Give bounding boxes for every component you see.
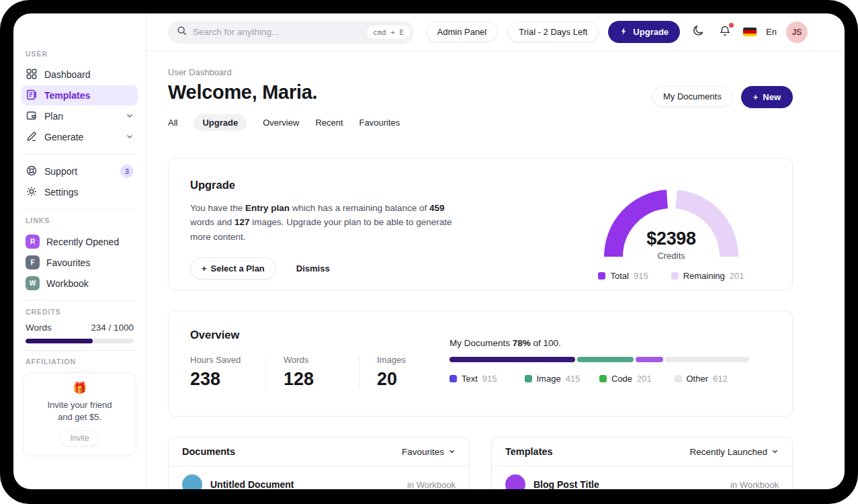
- divider: [23, 300, 136, 301]
- document-title: Untitled Document: [210, 479, 399, 489]
- invite-button[interactable]: Invite: [60, 430, 99, 446]
- select-plan-button[interactable]: + Select a Plan: [190, 257, 276, 280]
- new-button[interactable]: + New: [741, 86, 793, 108]
- link-initial-badge: W: [26, 276, 40, 290]
- legend-swatch: [675, 375, 682, 382]
- affiliation-text-line2: and get $5.: [30, 411, 129, 423]
- tab-all[interactable]: All: [168, 114, 177, 131]
- notifications-button[interactable]: [716, 24, 734, 41]
- sidebar-link-workbook[interactable]: W Workbook: [22, 273, 138, 294]
- chevron-down-icon: [126, 111, 134, 122]
- dark-mode-toggle[interactable]: [689, 24, 707, 41]
- divider: [359, 356, 359, 390]
- sidebar-item-dashboard[interactable]: Dashboard: [22, 65, 138, 85]
- legend-item-other: Other 612: [675, 374, 750, 384]
- template-list-item[interactable]: Blog Post Title in Workbook: [492, 466, 792, 489]
- page-header: User Dashboard Welcome, Maria. My Docume…: [168, 67, 793, 131]
- breadcrumb: User Dashboard: [168, 67, 793, 77]
- overview-stats: Hours Saved 238 Words 128 Images 20: [190, 355, 449, 390]
- language-selector[interactable]: En: [766, 27, 777, 37]
- main-area: cmd + E Admin Panel Trial - 2 Days Left …: [146, 13, 845, 489]
- sidebar-section-credits: CREDITS: [26, 308, 134, 316]
- sidebar-item-label: Dashboard: [44, 69, 134, 80]
- link-label: Workbook: [46, 278, 89, 289]
- stat-hours-saved: Hours Saved 238: [190, 355, 248, 390]
- legend-item-remaining: Remaining 201: [671, 271, 744, 281]
- sidebar-link-favourites[interactable]: F Favourites: [22, 252, 138, 273]
- german-flag-icon[interactable]: [743, 28, 757, 36]
- divider: [23, 209, 136, 210]
- divider: [265, 356, 266, 390]
- templates-filter-dropdown[interactable]: Recently Launched: [689, 447, 779, 457]
- sidebar-item-support[interactable]: Support 3: [22, 161, 138, 181]
- sidebar-item-generate[interactable]: Generate: [22, 127, 138, 147]
- document-avatar: [182, 474, 202, 489]
- chevron-down-icon: [448, 447, 456, 457]
- pencil-icon: [26, 130, 38, 144]
- bar-segment-image: [577, 357, 634, 362]
- divider: [23, 350, 136, 351]
- tab-favourites[interactable]: Favourites: [359, 114, 400, 131]
- support-count-badge: 3: [120, 165, 134, 178]
- legend-swatch: [525, 375, 532, 382]
- upgrade-card: Upgrade You have the Entry plan which ha…: [168, 158, 793, 290]
- plus-icon: +: [753, 92, 759, 102]
- notification-dot: [729, 23, 734, 28]
- legend-item-text: Text 915: [449, 374, 525, 384]
- divider: [23, 154, 136, 155]
- document-list-item[interactable]: Untitled Document in Workbook: [169, 466, 469, 489]
- gift-icon: 🎁: [30, 382, 129, 394]
- user-avatar[interactable]: JS: [786, 22, 808, 43]
- my-documents-button[interactable]: My Documents: [652, 86, 733, 107]
- stat-words: Words 128: [284, 355, 341, 390]
- search-box[interactable]: cmd + E: [168, 21, 414, 44]
- documents-filter-dropdown[interactable]: Favourites: [402, 447, 456, 457]
- sidebar-section-links: LINKS: [26, 216, 134, 224]
- template-title: Blog Post Title: [533, 479, 722, 489]
- sidebar-item-label: Generate: [44, 132, 119, 142]
- tab-upgrade[interactable]: Upgrade: [194, 114, 247, 131]
- gauge-legend: Total 915 Remaining 201: [598, 271, 744, 281]
- templates-icon: [26, 89, 38, 103]
- sidebar-item-label: Support: [44, 166, 114, 177]
- legend-swatch: [598, 272, 605, 280]
- link-label: Recently Opened: [46, 237, 119, 247]
- template-location: in Workbook: [730, 480, 779, 490]
- lightning-bolt-icon: [619, 27, 628, 38]
- link-label: Favourites: [46, 257, 90, 268]
- sidebar-item-settings[interactable]: Settings: [22, 182, 138, 202]
- link-initial-badge: R: [26, 235, 40, 249]
- upgrade-button[interactable]: Upgrade: [608, 21, 680, 43]
- link-initial-badge: F: [26, 255, 40, 269]
- documents-card-title: Documents: [182, 446, 235, 457]
- tab-overview[interactable]: Overview: [263, 114, 299, 131]
- plus-icon: +: [202, 263, 207, 274]
- upgrade-card-title: Upgrade: [190, 179, 467, 192]
- tab-recent[interactable]: Recent: [315, 114, 343, 131]
- templates-card: Templates Recently Launched Blog Post Ti…: [491, 437, 793, 489]
- page-content: User Dashboard Welcome, Maria. My Docume…: [146, 51, 845, 489]
- trial-status-button[interactable]: Trial - 2 Days Left: [507, 22, 599, 42]
- stat-images: Images 20: [377, 355, 435, 390]
- search-input[interactable]: [193, 27, 361, 37]
- templates-card-title: Templates: [505, 446, 553, 457]
- sidebar-link-recently-opened[interactable]: R Recently Opened: [22, 231, 138, 252]
- sidebar-item-label: Plan: [44, 111, 119, 122]
- stacked-progress-bar: [449, 357, 749, 362]
- sidebar-section-affiliation: AFFILIATION: [26, 358, 134, 366]
- sidebar: USER Dashboard Templates Plan Generate S…: [13, 13, 146, 489]
- upgrade-card-body: You have the Entry plan which has a rema…: [190, 201, 467, 244]
- sidebar-item-plan[interactable]: Plan: [22, 106, 138, 126]
- sidebar-item-label: Templates: [44, 90, 134, 101]
- documents-card: Documents Favourites Untitled Document i…: [168, 437, 470, 489]
- document-location: in Workbook: [407, 480, 456, 490]
- legend-item-image: Image 415: [525, 374, 600, 384]
- chevron-down-icon: [126, 132, 134, 142]
- bar-segment-other: [665, 357, 749, 362]
- search-shortcut-hint: cmd + E: [367, 26, 410, 39]
- affiliation-card: 🎁 Invite your friend and get $5. Invite: [23, 372, 136, 456]
- admin-panel-button[interactable]: Admin Panel: [426, 22, 499, 42]
- dismiss-button[interactable]: Dismiss: [296, 263, 330, 274]
- sidebar-item-templates[interactable]: Templates: [22, 85, 138, 106]
- device-frame: USER Dashboard Templates Plan Generate S…: [0, 0, 858, 504]
